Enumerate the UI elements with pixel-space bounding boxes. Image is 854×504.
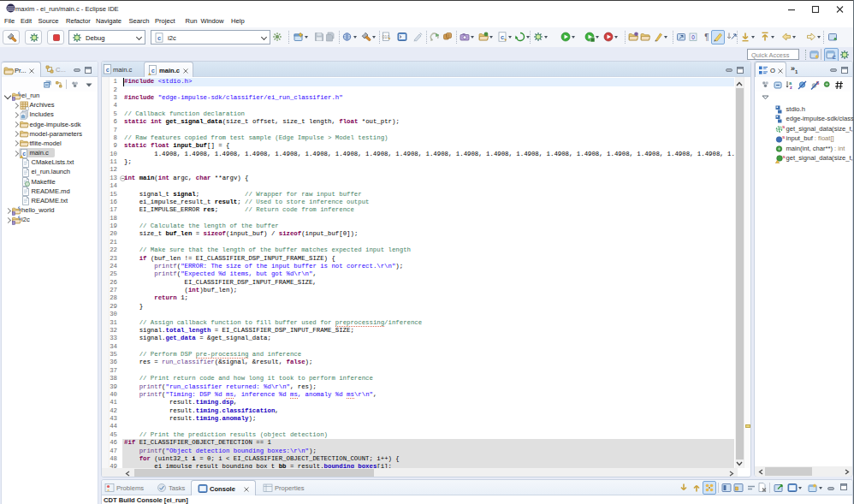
svg-text:¶: ¶: [704, 33, 709, 42]
svg-text:c: c: [106, 66, 110, 74]
svg-text:z: z: [790, 85, 792, 89]
svg-text:C: C: [833, 55, 837, 60]
svg-text:c: c: [501, 33, 504, 41]
svg-text:c: c: [151, 67, 155, 74]
svg-text:c: c: [157, 34, 161, 42]
svg-text:c: c: [22, 151, 26, 157]
svg-text:s: s: [782, 124, 786, 129]
svg-text:s: s: [782, 134, 786, 139]
svg-text:0: 0: [691, 34, 695, 40]
